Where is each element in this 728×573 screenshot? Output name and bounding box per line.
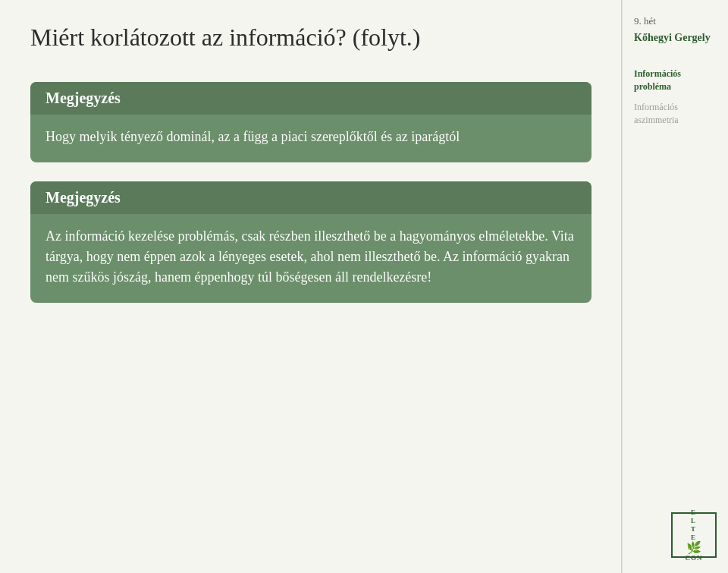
note-body-1: Hogy melyik tényező dominál, az a függ a… [30,115,592,162]
logo-text-top: ELTE [691,508,697,541]
logo-text-bottom: CON [686,554,703,562]
week-label: 9. hét [634,15,717,27]
sidebar-topic-inactive: Információs aszimmetria [634,101,717,127]
sidebar-topic-active: Információs probléma [634,68,717,93]
sidebar: 9. hét Kőhegyi Gergely Információs probl… [622,0,728,573]
note-header-1-text: Megjegyzés [46,90,121,106]
author-name: Kőhegyi Gergely [634,31,717,45]
note-body-2-text: Az információ kezelése problémás, csak r… [46,226,576,288]
note-header-2: Megjegyzés [30,181,592,214]
note-box-1: Megjegyzés Hogy melyik tényező dominál, … [30,82,592,162]
note-header-2-text: Megjegyzés [46,189,121,206]
main-content: Miért korlátozott az információ? (folyt.… [0,0,622,573]
logo-container: ELTE 🌿 CON [671,512,717,558]
note-header-1: Megjegyzés [30,82,592,115]
note-box-2: Megjegyzés Az információ kezelése problé… [30,181,592,303]
page-title: Miért korlátozott az információ? (folyt.… [30,23,592,52]
note-body-2: Az információ kezelése problémás, csak r… [30,214,592,303]
logo-leaf-icon: 🌿 [686,542,701,554]
note-body-1-text: Hogy melyik tényező dominál, az a függ a… [46,127,576,147]
